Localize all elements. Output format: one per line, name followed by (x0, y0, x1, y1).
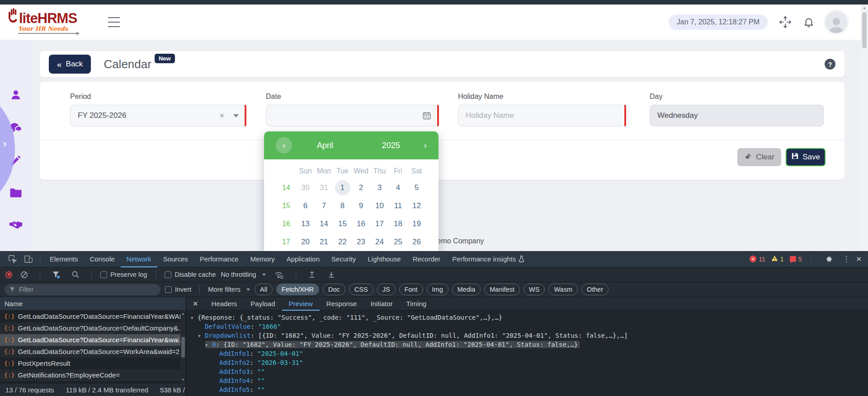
import-har-icon[interactable] (305, 270, 319, 279)
record-network-log-icon[interactable] (5, 271, 12, 278)
scrollbar-thumb[interactable] (181, 337, 185, 358)
scrollbar-down-arrow-icon[interactable]: ▼ (180, 377, 186, 383)
json-tree-row[interactable]: ▼Dropdownlist: [{ID: "1682", Value: "FY … (186, 331, 868, 340)
json-tree-row[interactable]: AddInfo4: "" (186, 376, 868, 385)
filter-chip-all[interactable]: All (255, 284, 273, 295)
detail-tab-initiator[interactable]: Initiator (363, 297, 399, 311)
json-tree-row[interactable]: DefaultValue: "1666" (186, 322, 868, 331)
filter-chip-js[interactable]: JS (377, 284, 396, 295)
holiday-name-field[interactable] (458, 105, 626, 126)
filter-chip-manifest[interactable]: Manifest (484, 284, 520, 295)
date-input[interactable] (266, 105, 439, 126)
chevron-down-icon[interactable] (233, 114, 239, 117)
calendar-day[interactable]: 4 (389, 183, 407, 192)
calendar-day[interactable]: 21 (315, 238, 333, 247)
filter-chip-media[interactable]: Media (452, 284, 481, 295)
datepicker-year[interactable]: 2025 (358, 141, 424, 150)
devtools-close-icon[interactable]: ✕ (856, 255, 862, 263)
avatar[interactable] (826, 11, 847, 33)
calendar-day[interactable]: 11 (389, 201, 407, 210)
calendar-icon[interactable] (422, 111, 431, 120)
calendar-day[interactable]: 30 (296, 183, 315, 192)
clear-button[interactable]: Clear (737, 148, 781, 166)
devtools-tab-console[interactable]: Console (84, 251, 121, 267)
devtools-tab-security[interactable]: Security (326, 251, 362, 267)
json-tree-row[interactable]: AddInfo3: "" (186, 367, 868, 376)
json-tree-row[interactable]: ▼0: {ID: "1682", Value: "FY 2025-2026", … (186, 340, 868, 349)
bell-icon[interactable] (803, 16, 815, 28)
calendar-day[interactable]: 9 (352, 201, 370, 210)
close-detail-icon[interactable]: ✕ (186, 300, 205, 308)
calendar-day[interactable]: 10 (370, 201, 389, 210)
calendar-day[interactable]: 31 (315, 183, 333, 192)
invert-filter-toggle[interactable]: Invert (165, 286, 191, 293)
detail-tab-payload[interactable]: Payload (244, 297, 282, 311)
calendar-day[interactable]: 18 (389, 219, 407, 228)
detail-tab-response[interactable]: Response (320, 297, 364, 311)
calendar-day[interactable]: 17 (370, 219, 389, 228)
expand-arrow-icon[interactable]: ▼ (205, 340, 212, 349)
detail-tab-headers[interactable]: Headers (205, 297, 244, 311)
device-toolbar-icon[interactable] (20, 254, 36, 264)
console-errors-count[interactable]: ✕ 11 (750, 256, 765, 263)
network-conditions-icon[interactable] (271, 270, 287, 279)
calendar-day[interactable]: 14 (315, 219, 333, 228)
request-list-scrollbar[interactable]: ▲ ▼ (180, 311, 186, 383)
sidebar-expand-wave[interactable] (0, 106, 16, 194)
devtools-tab-lighthouse[interactable]: Lighthouse (362, 251, 406, 267)
request-row[interactable]: {:}GetLoadDataSource?DataSource=Financia… (0, 334, 180, 346)
filter-chip-css[interactable]: CSS (349, 284, 373, 295)
calendar-day[interactable]: 1 (333, 180, 352, 196)
calendar-day[interactable]: 23 (352, 238, 370, 247)
devtools-menu-kebab-icon[interactable]: ⋮ (842, 254, 850, 264)
export-har-icon[interactable] (324, 270, 339, 279)
filter-chip-fetch-xhr[interactable]: Fetch/XHR (276, 284, 319, 295)
search-icon[interactable] (68, 270, 83, 279)
calendar-day[interactable]: 13 (296, 219, 315, 228)
network-filter-input[interactable]: Filter (5, 284, 160, 295)
next-month-button[interactable]: › (424, 140, 427, 150)
sidebar-expand-chevron-icon[interactable]: › (3, 138, 6, 150)
scrollbar-up-arrow-icon[interactable]: ▲ (861, 5, 868, 11)
request-row[interactable]: {:}PostXpertsResult (0, 358, 180, 369)
devtools-tab-application[interactable]: Application (281, 251, 326, 267)
calendar-day[interactable]: 26 (407, 238, 426, 247)
expand-arrow-icon[interactable]: ▼ (191, 313, 198, 322)
devtools-settings-gear-icon[interactable] (821, 255, 836, 264)
inspect-element-icon[interactable] (5, 254, 20, 264)
request-row[interactable]: {:}GetLoadDataSource?DataSource=WorkArea… (0, 346, 180, 358)
calendar-day[interactable]: 24 (370, 238, 389, 247)
expand-arrow-icon[interactable]: ▼ (198, 331, 205, 340)
invert-checkbox[interactable] (165, 286, 172, 293)
devtools-tab-recorder[interactable]: Recorder (407, 251, 447, 267)
hamburger-menu-icon[interactable] (108, 17, 120, 31)
console-warnings-count[interactable]: 1 (771, 255, 784, 263)
filter-chip-ws[interactable]: WS (524, 284, 545, 295)
request-row[interactable]: {:}GetNotifications?EmployeeCode= (0, 369, 180, 381)
move-arrows-icon[interactable] (778, 15, 792, 29)
period-select[interactable]: FY 2025-2026 × (70, 105, 246, 126)
json-tree-row[interactable]: AddInfo1: "2025-04-01" (186, 349, 868, 358)
page-scrollbar[interactable]: ▲ (861, 5, 868, 251)
json-tree-row[interactable]: ▼{Response: {_status: "Success", _code: … (186, 313, 868, 322)
filter-funnel-icon[interactable] (49, 271, 63, 279)
request-row[interactable]: {:}GetLoadDataSource?DataSource=DefaultC… (0, 322, 180, 334)
clear-network-log-icon[interactable] (17, 271, 31, 279)
calendar-day[interactable]: 8 (333, 201, 352, 210)
save-button[interactable]: Save (786, 148, 826, 166)
disable-cache-toggle[interactable]: Disable cache (165, 271, 216, 278)
more-filters-button[interactable]: More filters (208, 286, 250, 293)
calendar-day[interactable]: 6 (296, 201, 315, 210)
sidebar-item-folder-icon[interactable] (9, 187, 22, 200)
filter-chip-wasm[interactable]: Wasm (548, 284, 578, 295)
json-tree-row[interactable]: AddInfo2: "2026-03-31" (186, 358, 868, 367)
scrollbar-thumb[interactable] (862, 12, 867, 48)
calendar-day[interactable]: 7 (315, 201, 333, 210)
devtools-tab-performance-insights[interactable]: Performance insights (446, 251, 530, 267)
holiday-name-input[interactable] (466, 111, 618, 120)
calendar-day[interactable]: 19 (407, 219, 426, 228)
calendar-day[interactable]: 3 (370, 183, 389, 192)
disable-cache-checkbox[interactable] (165, 271, 171, 278)
devtools-tab-elements[interactable]: Elements (44, 251, 84, 267)
devtools-tab-sources[interactable]: Sources (157, 251, 194, 267)
